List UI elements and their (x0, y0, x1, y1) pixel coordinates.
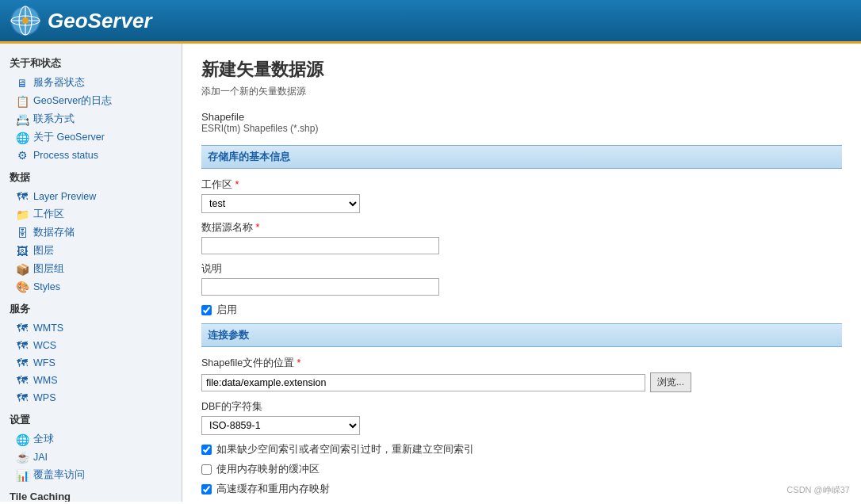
sidebar-item-process-status[interactable]: ⚙ Process status (0, 147, 182, 164)
sidebar-section-tile-caching: Tile Caching (0, 484, 182, 502)
description-label: 说明 (201, 262, 842, 276)
sidebar-item-wcs[interactable]: 🗺 WCS (0, 337, 182, 354)
geoserver-logo-icon (10, 5, 41, 36)
description-row: 说明 (201, 262, 842, 296)
checkbox1-row: 如果缺少空间索引或者空间索引过时，重新建立空间索引 (201, 443, 842, 456)
shapefile-location-row: Shapefile文件的位置 * 浏览... (201, 357, 842, 392)
sidebar-label-wms: WMS (33, 375, 58, 386)
shapefile-file-row: 浏览... (201, 372, 842, 392)
sidebar-label-wfs: WFS (33, 357, 55, 368)
sidebar-item-layer-groups[interactable]: 📦 图层组 (0, 260, 182, 278)
memory-mapped-checkbox[interactable] (201, 464, 212, 475)
sidebar-item-data-stores[interactable]: 🗄 数据存储 (0, 223, 182, 242)
sidebar-section-data: 数据 (0, 164, 182, 188)
dbf-charset-select[interactable]: ISO-8859-1 UTF-8 GBK GB2312 (201, 416, 360, 435)
wcs-icon: 🗺 (16, 339, 29, 352)
sidebar-item-workspaces[interactable]: 📁 工作区 (0, 205, 182, 223)
sidebar-item-geoserver-log[interactable]: 📋 GeoServer的日志 (0, 92, 182, 110)
sidebar-item-about[interactable]: 🌐 关于 GeoServer (0, 128, 182, 147)
workspaces-icon: 📁 (16, 208, 29, 221)
dbf-charset-row: DBF的字符集 ISO-8859-1 UTF-8 GBK GB2312 (201, 400, 842, 435)
process-icon: ⚙ (16, 149, 29, 162)
sidebar-label-wmts: WMTS (33, 323, 63, 334)
format-desc: ESRI(tm) Shapefiles (*.shp) (201, 123, 842, 134)
sidebar-item-global[interactable]: 🌐 全球 (0, 430, 182, 449)
sidebar-item-layer-preview[interactable]: 🗺 Layer Preview (0, 188, 182, 205)
datasource-name-label: 数据源名称 * (201, 221, 842, 235)
shapefile-required: * (297, 357, 301, 368)
sidebar-label-layer-groups: 图层组 (33, 262, 64, 276)
checkbox3-row: 高速缓存和重用内存映射 (201, 483, 842, 496)
sidebar-item-jai[interactable]: ☕ JAI (0, 449, 182, 466)
enabled-label[interactable]: 启用 (216, 304, 237, 317)
checkbox2-row: 使用内存映射的缓冲区 (201, 463, 842, 476)
contact-icon: 📇 (16, 113, 29, 126)
format-type: Shapefile (201, 111, 842, 123)
workspace-label: 工作区 * (201, 178, 842, 192)
jai-icon: ☕ (16, 451, 29, 464)
sidebar: 关于和状态 🖥 服务器状态 📋 GeoServer的日志 📇 联系方式 🌐 关于… (0, 44, 182, 502)
sidebar-label-global: 全球 (33, 433, 54, 446)
sidebar-label-workspaces: 工作区 (33, 208, 64, 221)
layer-groups-icon: 📦 (16, 263, 29, 276)
layer-preview-icon: 🗺 (16, 190, 29, 203)
workspace-row: 工作区 * test workspace1 workspace2 (201, 178, 842, 213)
dbf-charset-label: DBF的字符集 (201, 400, 842, 414)
spatial-index-checkbox[interactable] (201, 445, 212, 455)
shapefile-location-label: Shapefile文件的位置 * (201, 357, 842, 370)
description-input[interactable] (201, 278, 439, 296)
sidebar-label-process-status: Process status (33, 150, 98, 161)
shapefile-location-input[interactable] (201, 374, 645, 391)
wmts-icon: 🗺 (16, 322, 29, 334)
sidebar-section-about: 关于和状态 (0, 50, 182, 74)
sidebar-label-data-stores: 数据存储 (33, 226, 75, 239)
browse-button[interactable]: 浏览... (650, 372, 691, 392)
workspace-select[interactable]: test workspace1 workspace2 (201, 194, 360, 213)
section-connection-header: 连接参数 (201, 323, 842, 347)
sidebar-item-layers[interactable]: 🖼 图层 (0, 242, 182, 260)
enabled-checkbox[interactable] (201, 305, 212, 315)
wfs-icon: 🗺 (16, 357, 29, 369)
sidebar-label-layers: 图层 (33, 244, 54, 258)
enabled-row: 启用 (201, 304, 842, 317)
page-subtitle: 添加一个新的矢量数据源 (201, 85, 842, 98)
sidebar-item-wms[interactable]: 🗺 WMS (0, 372, 182, 389)
sidebar-item-wfs[interactable]: 🗺 WFS (0, 354, 182, 372)
sidebar-item-wmts[interactable]: 🗺 WMTS (0, 319, 182, 337)
server-status-icon: 🖥 (16, 77, 29, 90)
svg-point-5 (22, 17, 29, 24)
layers-icon: 🖼 (16, 245, 29, 258)
cache-memory-checkbox[interactable] (201, 484, 212, 494)
styles-icon: 🎨 (16, 281, 29, 293)
sidebar-section-services: 服务 (0, 296, 182, 319)
header: GeoServer (0, 0, 861, 44)
format-info: Shapefile ESRI(tm) Shapefiles (*.shp) (201, 111, 842, 134)
logo-area: GeoServer (10, 5, 152, 36)
datasource-name-row: 数据源名称 * (201, 221, 842, 254)
wps-icon: 🗺 (16, 391, 29, 404)
sidebar-item-server-status[interactable]: 🖥 服务器状态 (0, 74, 182, 92)
log-icon: 📋 (16, 95, 29, 108)
cache-memory-label[interactable]: 高速缓存和重用内存映射 (216, 483, 330, 496)
global-icon: 🌐 (16, 433, 29, 446)
sidebar-label-styles: Styles (33, 281, 60, 292)
watermark: CSDN @峥嵘37 (786, 484, 850, 496)
datasource-name-input[interactable] (201, 237, 439, 254)
workspace-required: * (235, 179, 239, 190)
memory-mapped-label[interactable]: 使用内存映射的缓冲区 (216, 463, 320, 476)
sidebar-item-coverage-access[interactable]: 📊 覆盖率访问 (0, 466, 182, 484)
sidebar-label-jai: JAI (33, 452, 48, 463)
sidebar-section-settings: 设置 (0, 407, 182, 430)
sidebar-item-wps[interactable]: 🗺 WPS (0, 389, 182, 407)
sidebar-label-contact: 联系方式 (33, 113, 75, 126)
about-icon: 🌐 (16, 132, 29, 144)
datasource-required: * (255, 222, 259, 233)
wms-icon: 🗺 (16, 374, 29, 387)
logo-text: GeoServer (48, 9, 152, 33)
page-title: 新建矢量数据源 (201, 58, 842, 82)
sidebar-label-wcs: WCS (33, 340, 56, 351)
sidebar-item-contact[interactable]: 📇 联系方式 (0, 110, 182, 128)
spatial-index-label[interactable]: 如果缺少空间索引或者空间索引过时，重新建立空间索引 (216, 443, 474, 456)
sidebar-item-styles[interactable]: 🎨 Styles (0, 278, 182, 296)
sidebar-label-geoserver-log: GeoServer的日志 (33, 94, 112, 108)
